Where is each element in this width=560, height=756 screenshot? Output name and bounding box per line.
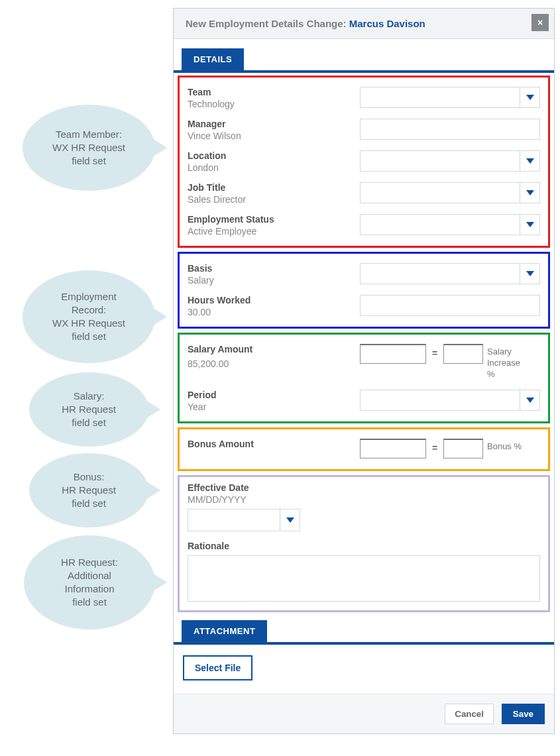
fieldset-additional-info: Effective Date MM/DD/YYYY Rationale: [178, 475, 550, 612]
svg-marker-4: [526, 271, 534, 276]
cancel-button[interactable]: Cancel: [445, 704, 494, 724]
team-select[interactable]: [360, 87, 540, 108]
fieldset-team-member: Team Technology Manager Vince Wilson: [178, 76, 550, 248]
modal-header: New Employment Details Change: Marcus Da…: [174, 9, 554, 39]
rationale-label: Rationale: [188, 541, 540, 551]
modal-title-prefix: New Employment Details Change:: [186, 18, 349, 29]
effective-date-placeholder: MM/DD/YYYY: [188, 494, 540, 505]
bonus-percent-input[interactable]: [443, 439, 483, 459]
close-button[interactable]: ×: [532, 14, 549, 31]
employment-status-select[interactable]: [360, 214, 540, 235]
period-select[interactable]: [360, 390, 540, 411]
hours-worked-value: 30.00: [188, 307, 360, 317]
bonus-amount-label: Bonus Amount: [188, 439, 360, 449]
team-label: Team: [188, 87, 360, 97]
period-label: Period: [188, 390, 360, 400]
close-icon: ×: [537, 17, 543, 28]
manager-value: Vince Wilson: [188, 131, 360, 141]
salary-amount-input[interactable]: [360, 344, 426, 364]
callout-employment-record: Employment Record: WX HR Request field s…: [23, 270, 155, 363]
callout-bonus: Bonus: HR Request field set: [29, 453, 148, 527]
chevron-down-icon: [520, 264, 539, 284]
callout-text: HR Request: Additional Information field…: [61, 556, 118, 610]
chevron-down-icon: [520, 151, 539, 171]
modal-new-employment-details: New Employment Details Change: Marcus Da…: [173, 8, 555, 734]
tab-attachment[interactable]: ATTACHMENT: [182, 620, 267, 642]
callout-salary: Salary: HR Request field set: [29, 372, 148, 447]
location-value: London: [188, 162, 360, 173]
fieldset-bonus: Bonus Amount = Bonus %: [178, 427, 550, 471]
details-tab-underline: [174, 70, 554, 73]
job-title-value: Sales Director: [188, 194, 360, 205]
salary-increase-input[interactable]: [443, 344, 483, 364]
tab-details[interactable]: DETAILS: [182, 48, 244, 70]
callout-text: Salary: HR Request field set: [62, 390, 116, 430]
callout-team-member: Team Member: WX HR Request field set: [23, 105, 155, 191]
chevron-down-icon: [520, 215, 539, 235]
chevron-down-icon: [280, 510, 300, 531]
job-title-label: Job Title: [188, 182, 360, 193]
period-value: Year: [188, 402, 360, 412]
salary-increase-label: Salary Increase %: [487, 344, 527, 380]
modal-title-person: Marcus Davison: [349, 18, 425, 29]
svg-marker-1: [526, 158, 534, 164]
save-button[interactable]: Save: [502, 704, 545, 724]
details-tab-row: DETAILS: [174, 39, 554, 70]
team-value: Technology: [188, 99, 360, 109]
effective-date-picker[interactable]: [188, 509, 300, 531]
callout-text: Employment Record: WX HR Request field s…: [52, 290, 125, 344]
chevron-down-icon: [520, 87, 539, 107]
manager-input[interactable]: [360, 119, 540, 140]
callout-text: Bonus: HR Request field set: [62, 470, 116, 511]
fieldset-employment-record: Basis Salary Hours Worked 30.00: [178, 252, 550, 329]
equals-sign: =: [430, 344, 439, 358]
bonus-percent-label: Bonus %: [487, 439, 522, 453]
select-file-button[interactable]: Select File: [183, 655, 252, 680]
modal-footer: Cancel Save: [174, 694, 554, 733]
fieldset-salary: Salary Amount 85,200.00 = Salary Increas…: [178, 333, 550, 423]
callout-text: Team Member: WX HR Request field set: [52, 128, 125, 168]
rationale-textarea[interactable]: [188, 555, 540, 602]
attachment-tab-row: ATTACHMENT: [174, 616, 554, 642]
basis-select[interactable]: [360, 263, 540, 284]
employment-status-label: Employment Status: [188, 214, 360, 225]
basis-label: Basis: [188, 263, 360, 274]
salary-amount-label: Salary Amount: [188, 344, 360, 354]
salary-amount-value: 85,200.00: [188, 358, 360, 369]
svg-marker-2: [526, 190, 534, 195]
manager-label: Manager: [188, 119, 360, 129]
chevron-down-icon: [520, 390, 539, 410]
chevron-down-icon: [520, 183, 539, 203]
hours-worked-label: Hours Worked: [188, 295, 360, 305]
svg-marker-0: [526, 95, 534, 100]
callout-additional: HR Request: Additional Information field…: [24, 535, 155, 629]
basis-value: Salary: [188, 275, 360, 286]
bonus-amount-input[interactable]: [360, 439, 426, 459]
equals-sign: =: [430, 439, 439, 453]
svg-marker-6: [286, 517, 294, 523]
job-title-select[interactable]: [360, 182, 540, 203]
effective-date-label: Effective Date: [188, 482, 540, 493]
hours-worked-input[interactable]: [360, 295, 540, 316]
svg-marker-3: [526, 222, 534, 227]
svg-marker-5: [526, 398, 534, 403]
attachment-tab-underline: [174, 642, 554, 645]
location-select[interactable]: [360, 150, 540, 172]
employment-status-value: Active Employee: [188, 226, 360, 237]
location-label: Location: [188, 150, 360, 161]
